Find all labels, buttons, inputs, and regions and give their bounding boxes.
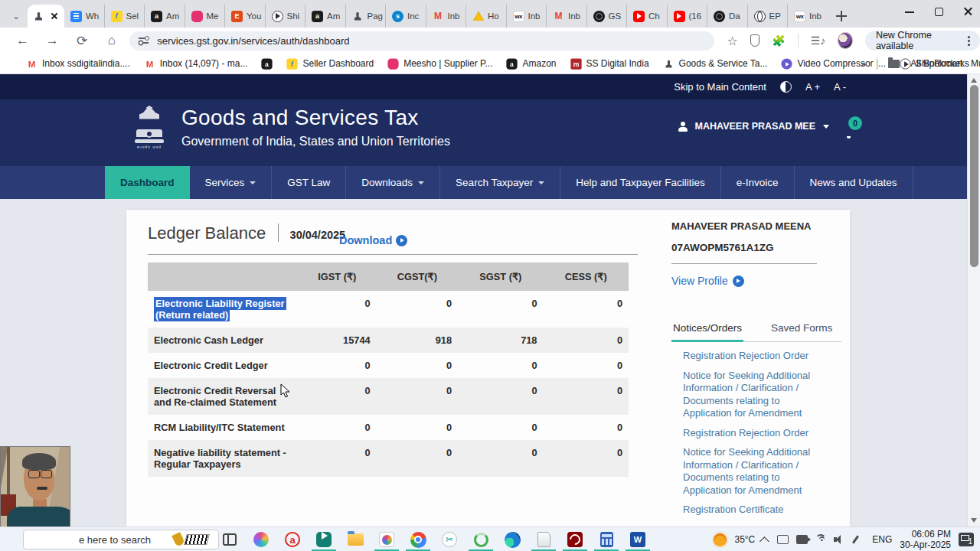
hidden-icons-chevron[interactable]: [760, 536, 769, 546]
site-settings-icon[interactable]: [139, 36, 149, 45]
table-row[interactable]: RCM Liability/ITC Statement0000: [148, 415, 629, 440]
browser-tab[interactable]: sInc: [386, 5, 426, 28]
browser-tab[interactable]: Da: [707, 5, 748, 28]
bookmark-item[interactable]: a: [261, 58, 273, 70]
extensions-icon[interactable]: 🧩: [772, 34, 785, 47]
bookmark-item[interactable]: fSeller Dashboard: [286, 58, 374, 70]
url-text[interactable]: services.gst.gov.in/services/auth/dashbo…: [157, 35, 349, 47]
nav-item-downloads[interactable]: Downloads: [346, 166, 440, 199]
bookmark-star-icon[interactable]: ☆: [727, 34, 737, 48]
opera-a-taskbar-icon[interactable]: a: [283, 530, 302, 549]
taskbar-search-box[interactable]: e here to search: [23, 530, 219, 549]
bookmark-item[interactable]: Goods & Service Ta...: [663, 58, 768, 70]
scroll-up-arrow[interactable]: [971, 78, 977, 83]
word-taskbar-icon[interactable]: W: [629, 530, 647, 549]
scrollbar-thumb[interactable]: [970, 85, 978, 267]
browser-tab[interactable]: Wh: [64, 5, 105, 28]
font-decrease-button[interactable]: A -: [834, 81, 846, 93]
browser-tab[interactable]: Ch: [627, 5, 668, 28]
task-view-taskbar-icon[interactable]: [220, 530, 239, 549]
bookmarks-overflow-icon[interactable]: »: [861, 58, 866, 70]
bookmark-item[interactable]: MInbox ssdigitalindia....: [26, 58, 130, 70]
table-row[interactable]: Negative liability statement - Regular T…: [148, 440, 629, 477]
bookmark-item[interactable]: Meesho | Supplier P...: [387, 58, 492, 70]
search-doodle-image[interactable]: [174, 532, 214, 547]
user-menu[interactable]: MAHAVEER PRASAD MEE 0: [678, 121, 843, 132]
notice-link[interactable]: Registration Certificate: [683, 504, 819, 517]
notice-link[interactable]: Registration Rejection Order: [683, 350, 819, 363]
browser-tab[interactable]: fSel: [105, 5, 145, 28]
notification-center-icon[interactable]: 1: [959, 533, 974, 546]
browser-tab[interactable]: MInb: [547, 5, 587, 28]
device-icon[interactable]: [777, 535, 789, 544]
bookmark-item[interactable]: MInbox (14,097) - ma...: [144, 58, 248, 70]
notepad-taskbar-icon[interactable]: [534, 530, 553, 549]
browser-tab[interactable]: aAm: [305, 5, 346, 28]
wifi-icon[interactable]: [815, 534, 826, 545]
volume-icon[interactable]: [834, 535, 845, 544]
maximize-button[interactable]: [934, 7, 943, 16]
close-button[interactable]: [963, 7, 972, 16]
contrast-toggle-icon[interactable]: [780, 81, 792, 93]
calculator-taskbar-icon[interactable]: [597, 530, 616, 549]
forward-icon[interactable]: →: [45, 33, 60, 48]
all-bookmarks-folder-icon[interactable]: [888, 60, 900, 68]
reload-icon[interactable]: ⟳: [75, 33, 90, 49]
clock[interactable]: 06:06 PM 30-Apr-2025: [900, 529, 951, 550]
menu-kebab-icon[interactable]: [968, 40, 970, 42]
photos-taskbar-icon[interactable]: [377, 530, 396, 549]
privacy-shield-icon[interactable]: [750, 34, 760, 47]
browser-tab[interactable]: wxInb: [788, 5, 828, 28]
copilot-taskbar-icon[interactable]: [252, 530, 270, 549]
acrobat-taskbar-icon[interactable]: [566, 530, 584, 549]
reading-list-icon[interactable]: ☰♪: [811, 34, 826, 47]
back-icon[interactable]: ←: [15, 33, 30, 48]
nav-item-e-invoice[interactable]: e-Invoice: [721, 166, 795, 199]
table-row[interactable]: Electronic Credit Ledger0000: [148, 353, 629, 378]
download-link[interactable]: Download: [339, 234, 407, 246]
browser-tab[interactable]: (16: [668, 5, 708, 28]
font-increase-button[interactable]: A +: [805, 81, 820, 93]
clipchamp-taskbar-icon[interactable]: [315, 530, 333, 549]
view-profile-link[interactable]: View Profile: [671, 275, 832, 287]
chrome-taskbar-icon[interactable]: [409, 530, 427, 549]
nav-item-help-and-taxpayer-facilities[interactable]: Help and Taxpayer Facilities: [560, 166, 721, 199]
browser-tab[interactable]: EP: [748, 5, 789, 28]
tab-notices-orders[interactable]: Notices/Orders: [671, 318, 743, 342]
camera-icon[interactable]: [796, 535, 808, 544]
table-row[interactable]: Electronic Credit Reversal and Re-claime…: [148, 378, 629, 415]
scroll-down-arrow[interactable]: [971, 518, 977, 523]
nav-item-dashboard[interactable]: Dashboard: [105, 166, 190, 199]
minimize-button[interactable]: [905, 7, 914, 16]
browser-tab[interactable]: wxInb: [507, 5, 547, 28]
browser-tab[interactable]: EYou: [225, 5, 266, 28]
page-scrollbar[interactable]: [967, 74, 980, 527]
new-tab-button[interactable]: [836, 11, 847, 21]
table-row[interactable]: Electronic Liability Register (Return re…: [148, 291, 629, 328]
browser-tab[interactable]: Shi: [266, 5, 306, 28]
bookmark-item[interactable]: mSS Digital India: [570, 58, 649, 70]
table-row[interactable]: Electronic Cash Ledger157449187180: [148, 328, 629, 353]
browser-tab[interactable]: GS: [587, 5, 628, 28]
tab-close-icon[interactable]: [50, 11, 59, 21]
nav-item-services[interactable]: Services: [190, 166, 273, 199]
design-app-taskbar-icon[interactable]: ✂: [440, 530, 459, 549]
pen-icon[interactable]: [853, 535, 864, 544]
browser-tab[interactable]: MInb: [426, 5, 467, 28]
address-bar[interactable]: services.gst.gov.in/services/auth/dashbo…: [129, 31, 714, 51]
weather-sun-icon[interactable]: [714, 533, 727, 546]
tab-saved-forms[interactable]: Saved Forms: [769, 318, 834, 341]
profile-avatar[interactable]: [838, 32, 853, 49]
bookmark-item[interactable]: aAmazon: [506, 58, 556, 70]
browser-tab[interactable]: Ho: [466, 5, 507, 28]
nav-item-search-taxpayer[interactable]: Search Taxpayer: [440, 166, 560, 199]
temperature-text[interactable]: 35°C: [734, 534, 755, 545]
loading-ring-taskbar-icon[interactable]: [472, 530, 490, 549]
file-explorer-taskbar-icon[interactable]: [346, 530, 364, 549]
browser-tab[interactable]: Pag: [346, 5, 387, 28]
notice-link[interactable]: Notice for Seeking Additional Informatio…: [683, 446, 819, 497]
notice-link[interactable]: Registration Rejection Order: [683, 427, 819, 440]
language-indicator[interactable]: ENG: [872, 534, 892, 545]
chrome-update-pill[interactable]: New Chrome available: [865, 31, 980, 51]
nav-item-gst-law[interactable]: GST Law: [272, 166, 346, 199]
